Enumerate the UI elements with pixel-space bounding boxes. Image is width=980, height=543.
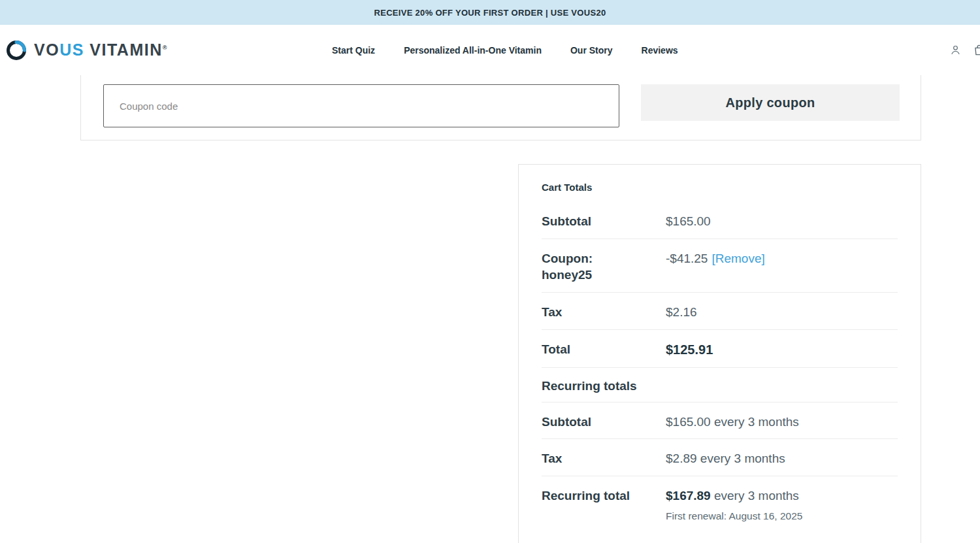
recurring-subtotal-row: Subtotal $165.00 every 3 months — [542, 403, 898, 440]
cart-icon[interactable] — [973, 44, 980, 56]
first-renewal-note: First renewal: August 16, 2025 — [666, 510, 802, 523]
coupon-section: Apply coupon — [80, 75, 921, 140]
recurring-total-label: Recurring total — [542, 487, 666, 504]
cart-totals-title: Cart Totals — [542, 182, 898, 193]
total-row: Total $125.91 — [542, 330, 898, 368]
subtotal-label: Subtotal — [542, 213, 666, 230]
tax-row: Tax $2.16 — [542, 293, 898, 330]
header-icons — [950, 44, 980, 56]
recurring-tax-label: Tax — [542, 450, 666, 467]
logo[interactable]: VOUS VITAMIN® — [5, 39, 168, 61]
logo-icon — [5, 39, 27, 61]
total-value: $125.91 — [666, 341, 713, 359]
main-nav: Start Quiz Personalized All-in-One Vitam… — [332, 45, 678, 56]
promo-banner-text: RECEIVE 20% OFF YOUR FIRST ORDER | USE V… — [374, 8, 606, 18]
recurring-tax-row: Tax $2.89 every 3 months — [542, 439, 898, 476]
coupon-label: Coupon: honey25 — [542, 250, 666, 284]
remove-coupon-link[interactable]: [Remove] — [711, 252, 764, 265]
nav-reviews[interactable]: Reviews — [642, 45, 678, 56]
recurring-totals-heading: Recurring totals — [542, 368, 898, 403]
promo-banner: RECEIVE 20% OFF YOUR FIRST ORDER | USE V… — [0, 0, 980, 25]
subtotal-row: Subtotal $165.00 — [542, 202, 898, 239]
nav-start-quiz[interactable]: Start Quiz — [332, 45, 375, 56]
logo-text: VOUS VITAMIN® — [34, 41, 168, 59]
tax-label: Tax — [542, 304, 666, 321]
total-label: Total — [542, 341, 666, 358]
apply-coupon-button[interactable]: Apply coupon — [641, 84, 900, 121]
coupon-value: -$41.25[Remove] — [666, 250, 765, 267]
recurring-subtotal-value: $165.00 every 3 months — [666, 414, 799, 431]
coupon-row: Coupon: honey25 -$41.25[Remove] — [542, 239, 898, 293]
recurring-total-row: Recurring total $167.89 every 3 months F… — [542, 476, 898, 533]
coupon-code-input[interactable] — [103, 84, 619, 127]
recurring-subtotal-label: Subtotal — [542, 414, 666, 431]
site-header: VOUS VITAMIN® Start Quiz Personalized Al… — [0, 25, 980, 75]
tax-value: $2.16 — [666, 304, 697, 321]
nav-personalized-vitamin[interactable]: Personalized All-in-One Vitamin — [404, 45, 542, 56]
recurring-tax-value: $2.89 every 3 months — [666, 450, 785, 467]
nav-our-story[interactable]: Our Story — [570, 45, 613, 56]
account-icon[interactable] — [950, 44, 961, 56]
cart-totals-card: Cart Totals Subtotal $165.00 Coupon: hon… — [518, 164, 921, 543]
subtotal-value: $165.00 — [666, 213, 711, 230]
recurring-total-value: $167.89 every 3 months First renewal: Au… — [666, 487, 802, 524]
